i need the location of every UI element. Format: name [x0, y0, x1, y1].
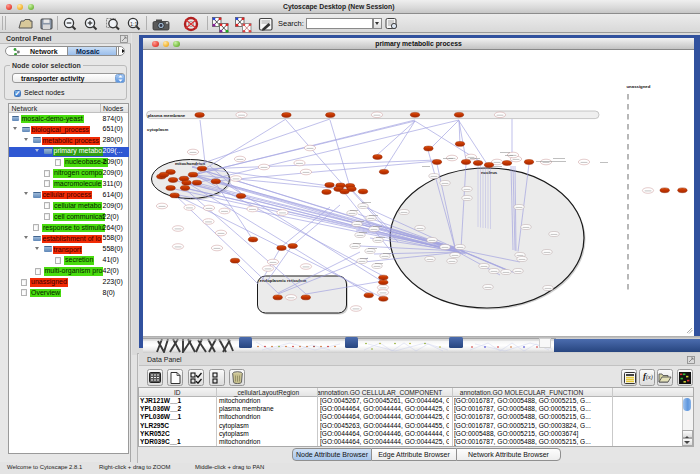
svg-text:unassigned: unassigned	[627, 84, 651, 89]
svg-text:1:1: 1:1	[130, 21, 138, 27]
svg-text:mitochondrion: mitochondrion	[175, 161, 205, 166]
svg-text:plasma membrane: plasma membrane	[148, 113, 186, 118]
svg-text:nucleus: nucleus	[481, 170, 498, 175]
svg-text:cytoplasm: cytoplasm	[147, 127, 168, 132]
